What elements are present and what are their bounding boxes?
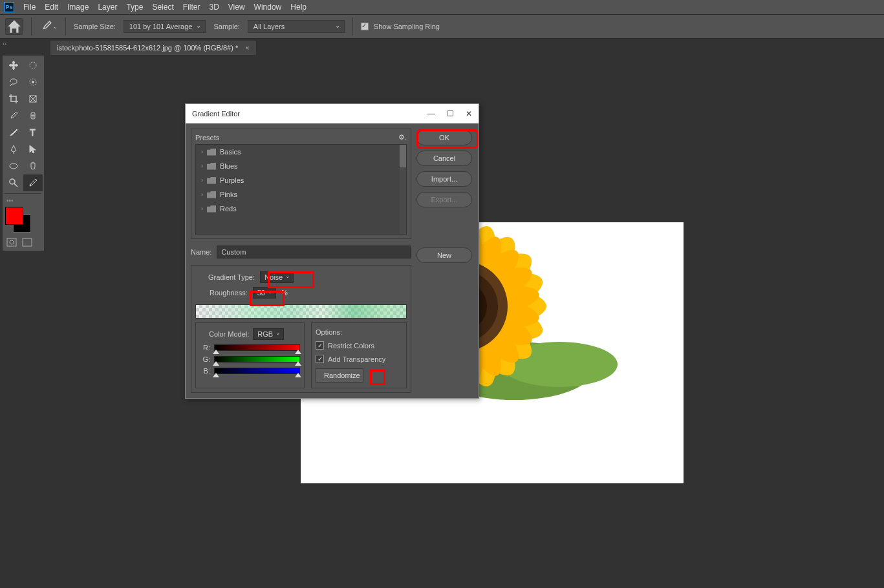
preset-scrollbar[interactable] <box>400 145 406 234</box>
checkmark-icon <box>361 23 369 30</box>
gear-icon[interactable]: ⚙. <box>398 133 407 142</box>
g-label: G: <box>200 355 210 363</box>
menu-bar: Ps File Edit Image Layer Type Select Fil… <box>0 0 884 14</box>
svg-point-2 <box>32 81 34 83</box>
minimize-icon[interactable]: — <box>427 109 435 118</box>
menu-filter[interactable]: Filter <box>183 3 200 12</box>
move-tool[interactable] <box>4 57 23 74</box>
b-slider[interactable] <box>214 368 300 374</box>
preset-folder-blues[interactable]: ›Blues <box>196 159 406 173</box>
preset-folder-basics[interactable]: ›Basics <box>196 145 406 159</box>
shape-tool[interactable] <box>4 158 23 174</box>
photoshop-logo: Ps <box>4 2 14 12</box>
dialog-title-text: Gradient Editor <box>192 110 240 118</box>
preset-label: Basics <box>220 148 241 156</box>
dialog-titlebar[interactable]: Gradient Editor — ☐ ✕ <box>186 104 479 123</box>
svg-point-0 <box>30 62 36 68</box>
color-model-dropdown[interactable]: RGB <box>253 328 284 340</box>
gradient-type-dropdown[interactable]: Noise <box>260 271 294 283</box>
folder-icon <box>207 205 216 213</box>
preset-folder-reds[interactable]: ›Reds <box>196 202 406 216</box>
home-button[interactable] <box>5 18 23 35</box>
checkmark-icon <box>316 341 324 350</box>
menu-layer[interactable]: Layer <box>98 3 117 12</box>
menu-select[interactable]: Select <box>152 3 173 12</box>
sample-dropdown[interactable]: All Layers <box>248 20 345 33</box>
r-label: R: <box>200 344 210 352</box>
gradient-preview[interactable] <box>195 304 407 319</box>
presets-label: Presets <box>195 134 219 142</box>
gradient-type-label: Gradient Type: <box>208 273 255 281</box>
frame-tool[interactable] <box>23 90 43 107</box>
tool-panel: T ••• <box>3 56 44 251</box>
healing-tool[interactable] <box>23 107 43 124</box>
show-sampling-ring-check[interactable]: Show Sampling Ring <box>361 23 440 30</box>
quick-select-tool[interactable] <box>23 74 43 90</box>
checkmark-icon <box>316 355 324 363</box>
close-icon[interactable]: ✕ <box>466 109 472 118</box>
svg-point-11 <box>10 179 15 184</box>
gradient-options-panel: Options: Restrict Colors Add Transparenc… <box>311 322 407 388</box>
type-tool[interactable]: T <box>23 124 43 141</box>
cancel-button[interactable]: Cancel <box>416 151 472 166</box>
menu-3d[interactable]: 3D <box>209 3 219 12</box>
menu-type[interactable]: Type <box>126 3 143 12</box>
preset-folder-purples[interactable]: ›Purples <box>196 173 406 187</box>
restrict-colors-check[interactable]: Restrict Colors <box>316 341 402 350</box>
svg-text:T: T <box>30 127 36 138</box>
presets-panel: Presets ⚙. ›Basics ›Blues ›Purples ›Pink… <box>191 129 411 239</box>
svg-point-10 <box>10 163 17 169</box>
menu-edit[interactable]: Edit <box>45 3 58 12</box>
menu-window[interactable]: Window <box>254 3 282 12</box>
close-tab-icon[interactable]: × <box>245 44 249 52</box>
sample-size-dropdown[interactable]: 101 by 101 Average <box>124 20 206 33</box>
randomize-button[interactable]: Randomize <box>316 368 363 383</box>
import-button[interactable]: Import... <box>416 171 472 187</box>
menu-view[interactable]: View <box>228 3 245 12</box>
g-slider[interactable] <box>214 356 300 362</box>
maximize-icon[interactable]: ☐ <box>447 109 454 118</box>
folder-icon <box>207 191 216 198</box>
preset-folder-pinks[interactable]: ›Pinks <box>196 187 406 202</box>
document-tab-title: istockphoto-515815854-612x612.jpg @ 100%… <box>57 44 238 52</box>
quick-mask-icon[interactable] <box>6 238 17 247</box>
lasso-tool[interactable] <box>4 74 23 90</box>
ok-button[interactable]: OK <box>416 130 472 145</box>
color-model-panel: Color Model: RGB R: G: B: <box>195 322 305 388</box>
name-label: Name: <box>191 248 211 256</box>
r-slider[interactable] <box>214 344 300 351</box>
screen-mode-icon[interactable] <box>22 238 32 247</box>
roughness-input[interactable]: 50 <box>253 287 276 299</box>
menu-help[interactable]: Help <box>290 3 307 12</box>
brush-tool[interactable] <box>4 124 23 141</box>
foreground-color-swatch[interactable] <box>5 207 23 225</box>
folder-icon <box>207 149 216 156</box>
sample-label: Sample: <box>213 23 239 30</box>
folder-icon <box>207 177 216 184</box>
options-bar: ⌄ Sample Size: 101 by 101 Average Sample… <box>0 14 884 39</box>
collapse-panels-icon[interactable]: ‹‹ <box>3 40 7 47</box>
add-transparency-check[interactable]: Add Transparency <box>316 355 402 363</box>
preset-label: Pinks <box>220 191 237 198</box>
scroll-thumb[interactable] <box>400 145 406 167</box>
preset-list[interactable]: ›Basics ›Blues ›Purples ›Pinks ›Reds <box>195 144 407 235</box>
color-model-label: Color Model: <box>209 330 249 338</box>
zoom-tool[interactable] <box>4 174 23 191</box>
document-tab[interactable]: istockphoto-515815854-612x612.jpg @ 100%… <box>50 41 256 55</box>
pen-tool[interactable] <box>4 141 23 158</box>
home-icon <box>6 18 23 35</box>
color-swatches[interactable] <box>4 207 43 233</box>
color-sampler-tool[interactable] <box>23 174 43 191</box>
gradient-name-input[interactable] <box>217 246 411 258</box>
export-button[interactable]: Export... <box>416 192 472 207</box>
new-button[interactable]: New <box>416 247 472 263</box>
menu-file[interactable]: File <box>23 3 36 12</box>
path-select-tool[interactable] <box>23 141 43 158</box>
show-sampling-label: Show Sampling Ring <box>374 23 440 30</box>
eyedropper-tool[interactable] <box>4 107 23 124</box>
svg-rect-14 <box>7 238 16 246</box>
crop-tool[interactable] <box>4 90 23 107</box>
marquee-tool[interactable] <box>23 57 43 74</box>
menu-image[interactable]: Image <box>67 3 89 12</box>
hand-tool[interactable] <box>23 158 43 174</box>
